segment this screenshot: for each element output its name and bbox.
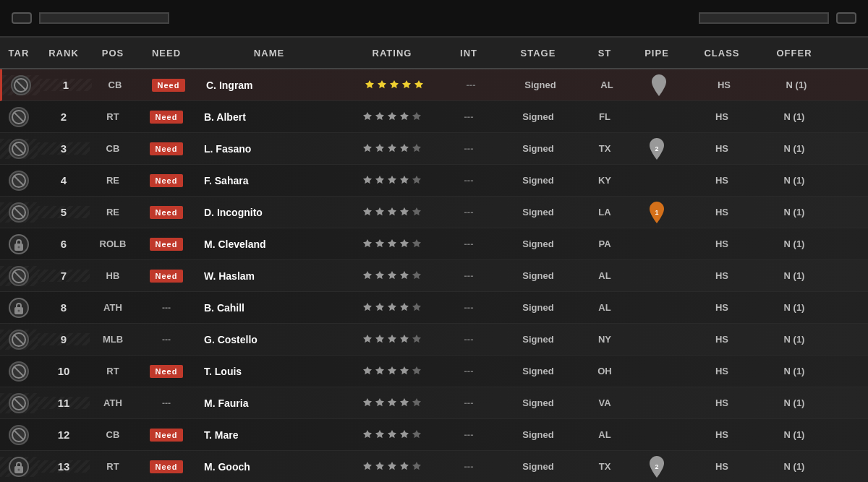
cell-name: M. Fauria <box>197 397 341 409</box>
cell-offer: N (1) <box>758 334 830 345</box>
cell-rating <box>341 334 443 345</box>
target-icon <box>9 266 29 286</box>
right-filter[interactable] <box>699 12 829 24</box>
cell-tar <box>2 75 40 95</box>
cell-rank: 9 <box>38 333 90 345</box>
left-filter[interactable] <box>39 12 169 24</box>
star-5 <box>411 238 422 250</box>
star-4 <box>399 175 410 186</box>
cell-stage: Signed <box>495 207 582 218</box>
star-1 <box>362 270 373 282</box>
top-bar-right <box>699 12 856 24</box>
star-5 <box>411 302 422 314</box>
table-row[interactable]: 2 RT Need B. Albert --- Signed <box>0 101 868 133</box>
cell-pos: RE <box>90 175 136 186</box>
cell-rating <box>341 302 443 314</box>
need-badge: Need <box>150 429 184 442</box>
table-row[interactable]: 1 CB Need C. Ingram --- Signed <box>0 69 868 101</box>
table-row[interactable]: 8 ATH --- B. Cahill --- Signed <box>0 292 868 324</box>
table-row[interactable]: 9 MLB --- G. Costello --- Signed <box>0 324 868 356</box>
r2-button[interactable] <box>836 12 856 24</box>
table-row[interactable]: 6 ROLB Need M. Cleveland --- Signed <box>0 228 868 260</box>
cell-int: --- <box>443 397 495 408</box>
target-icon <box>9 171 29 191</box>
col-rating: RATING <box>341 48 443 59</box>
cell-st: FL <box>582 111 628 122</box>
cell-stage: Signed <box>495 175 582 186</box>
lock-icon <box>9 234 29 254</box>
star-1 <box>362 397 373 409</box>
table-row[interactable]: 4 RE Need F. Sahara --- Signed <box>0 165 868 197</box>
svg-text:2: 2 <box>655 145 658 152</box>
table-row[interactable]: 10 RT Need T. Louis --- Signed <box>0 356 868 387</box>
l2-button[interactable] <box>12 12 32 24</box>
table-row[interactable]: 5 RE Need D. Incognito --- Signed <box>0 197 868 228</box>
cell-rank: 7 <box>38 270 90 282</box>
cell-rating <box>341 238 443 250</box>
cell-offer: N (1) <box>758 461 830 472</box>
top-bar-left <box>12 12 169 24</box>
star-1 <box>362 302 373 314</box>
need-badge: Need <box>150 174 184 187</box>
cell-class: HS <box>686 238 758 249</box>
cell-class: HS <box>686 429 758 440</box>
cell-int: --- <box>443 111 495 122</box>
cell-tar <box>0 107 38 127</box>
star-4 <box>399 111 410 123</box>
cell-class: HS <box>688 79 760 90</box>
cell-rating <box>341 111 443 123</box>
star-5 <box>411 270 422 282</box>
star-3 <box>386 175 398 186</box>
star-5 <box>411 429 422 441</box>
cell-rating <box>341 366 443 377</box>
col-st: ST <box>582 48 628 59</box>
cell-name: B. Cahill <box>197 302 341 314</box>
cell-tar <box>0 171 38 191</box>
star-1 <box>362 111 373 123</box>
target-icon <box>11 75 31 95</box>
table-row[interactable]: 11 ATH --- M. Fauria --- Signed <box>0 387 868 419</box>
target-icon <box>9 330 29 350</box>
cell-offer: N (1) <box>758 429 830 440</box>
star-1 <box>362 366 373 377</box>
star-2 <box>374 429 386 441</box>
star-1 <box>362 143 373 155</box>
cell-st: OH <box>582 366 628 376</box>
star-2 <box>374 461 386 473</box>
cell-st: VA <box>582 397 628 408</box>
table-row[interactable]: 3 CB Need L. Fasano --- Signed <box>0 133 868 165</box>
star-3 <box>388 79 400 91</box>
svg-text:1: 1 <box>655 208 658 215</box>
cell-rank: 12 <box>38 429 90 441</box>
col-pipe: PIPE <box>628 48 686 59</box>
cell-class: HS <box>686 397 758 408</box>
col-stage: STAGE <box>495 48 582 59</box>
cell-tar <box>0 139 38 159</box>
cell-offer: N (1) <box>758 397 830 408</box>
cell-name: B. Albert <box>197 111 341 123</box>
cell-rating <box>341 461 443 473</box>
cell-rank: 10 <box>38 365 90 377</box>
star-3 <box>386 270 398 282</box>
target-icon <box>9 393 29 413</box>
col-pos: POS <box>90 48 136 59</box>
need-badge: Need <box>150 206 184 219</box>
cell-name: M. Gooch <box>197 461 341 473</box>
table-row[interactable]: 7 HB Need W. Haslam --- Signed <box>0 260 868 292</box>
col-tar: TAR <box>0 48 38 59</box>
table-row[interactable]: 13 RT Need M. Gooch --- Signed <box>0 451 868 482</box>
cell-pipe: 1 <box>628 202 686 223</box>
cell-pos: RT <box>90 111 136 122</box>
star-1 <box>362 429 373 441</box>
cell-need: Need <box>136 429 197 442</box>
cell-st: KY <box>582 175 628 186</box>
cell-st: TX <box>582 143 628 154</box>
star-3 <box>386 302 398 314</box>
cell-name: T. Mare <box>197 429 341 441</box>
lock-icon <box>9 457 29 477</box>
cell-tar <box>0 298 38 318</box>
table-row[interactable]: 12 CB Need T. Mare --- Signed A <box>0 419 868 451</box>
star-5 <box>411 461 422 473</box>
cell-stage: Signed <box>495 429 582 440</box>
star-3 <box>386 238 398 250</box>
